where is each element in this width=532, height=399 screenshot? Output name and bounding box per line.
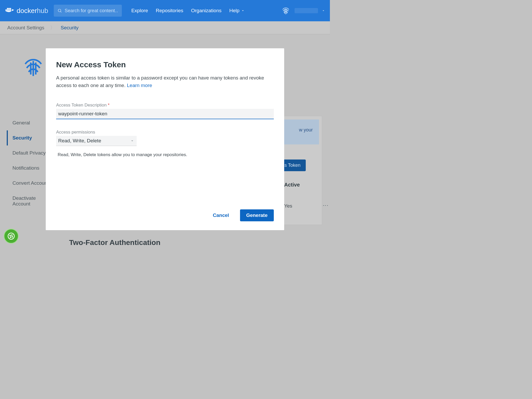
svg-line-8 <box>61 11 62 12</box>
cookie-icon <box>7 232 15 240</box>
modal-title: New Access Token <box>56 60 274 69</box>
svg-point-13 <box>12 236 13 237</box>
nav-explore[interactable]: Explore <box>131 8 148 14</box>
new-access-token-modal: New Access Token A personal access token… <box>46 48 284 230</box>
modal-description: A personal access token is similar to a … <box>56 74 274 89</box>
permissions-select[interactable]: Read, Write, Delete <box>56 136 137 146</box>
permissions-helper-text: Read, Write, Delete tokens allow you to … <box>58 152 274 157</box>
chevron-down-icon <box>241 9 245 12</box>
svg-point-7 <box>58 9 61 12</box>
svg-rect-5 <box>8 8 10 9</box>
cancel-button[interactable]: Cancel <box>213 212 229 218</box>
learn-more-link[interactable]: Learn more <box>127 83 152 88</box>
chevron-down-icon <box>322 9 325 12</box>
svg-point-11 <box>11 235 12 236</box>
search-input[interactable] <box>65 8 118 14</box>
breadcrumb-root[interactable]: Account Settings <box>7 25 44 31</box>
fingerprint-icon <box>281 5 291 16</box>
two-factor-heading: Two-Factor Authentication <box>69 238 161 247</box>
svg-rect-4 <box>7 8 8 9</box>
svg-rect-6 <box>10 8 11 9</box>
row-actions-icon[interactable]: ⋮ <box>322 203 329 208</box>
nav-repositories[interactable]: Repositories <box>156 8 183 14</box>
svg-rect-2 <box>8 9 10 11</box>
fingerprint-icon <box>21 55 46 79</box>
svg-rect-0 <box>5 9 7 11</box>
logo-text: dockerhub <box>17 7 48 15</box>
breadcrumb: Account Settings 〉 Security <box>0 21 330 34</box>
token-description-label: Access Token Description * <box>56 103 274 108</box>
top-nav: Explore Repositories Organizations Help <box>131 8 244 14</box>
search-box[interactable] <box>54 5 122 17</box>
svg-point-9 <box>8 233 14 239</box>
search-icon <box>57 8 62 13</box>
logo[interactable]: dockerhub <box>5 7 48 15</box>
docker-whale-icon <box>5 7 15 15</box>
token-description-input[interactable] <box>56 109 274 119</box>
svg-rect-1 <box>7 9 8 11</box>
nav-organizations[interactable]: Organizations <box>191 8 221 14</box>
svg-rect-3 <box>10 9 11 11</box>
page-hero-icon <box>21 55 46 81</box>
permissions-label: Access permissions <box>56 130 274 135</box>
top-header: dockerhub Explore Repositories Organizat… <box>0 0 330 21</box>
generate-button[interactable]: Generate <box>240 209 274 221</box>
table-header-active: Active <box>284 182 300 188</box>
username-label <box>295 8 318 13</box>
chevron-down-icon <box>130 138 135 143</box>
svg-point-12 <box>10 237 11 238</box>
nav-help[interactable]: Help <box>229 8 245 14</box>
svg-point-10 <box>10 235 11 236</box>
breadcrumb-current[interactable]: Security <box>61 25 79 31</box>
user-menu[interactable] <box>281 5 325 16</box>
cookie-settings-button[interactable] <box>4 229 19 244</box>
breadcrumb-sep: 〉 <box>50 24 55 31</box>
table-cell-active: Yes <box>284 203 292 209</box>
